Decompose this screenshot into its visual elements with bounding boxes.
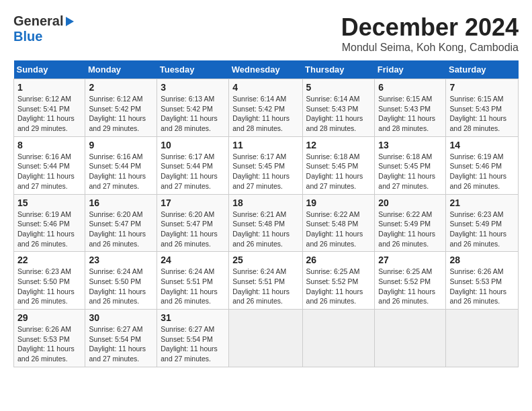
day-number: 20 xyxy=(378,197,442,208)
day-number: 13 xyxy=(378,140,442,150)
calendar-cell: 25Sunrise: 6:24 AM Sunset: 5:51 PM Dayli… xyxy=(229,252,302,310)
calendar-cell: 14Sunrise: 6:19 AM Sunset: 5:46 PM Dayli… xyxy=(446,136,519,194)
day-number: 9 xyxy=(89,140,153,150)
day-number: 3 xyxy=(161,82,225,93)
calendar-cell: 23Sunrise: 6:24 AM Sunset: 5:50 PM Dayli… xyxy=(85,252,157,310)
day-number: 27 xyxy=(378,255,442,265)
day-number: 11 xyxy=(232,140,298,150)
day-info: Sunrise: 6:23 AM Sunset: 5:49 PM Dayligh… xyxy=(449,210,515,249)
column-header-thursday: Thursday xyxy=(302,60,375,79)
calendar-cell: 16Sunrise: 6:20 AM Sunset: 5:47 PM Dayli… xyxy=(85,194,157,252)
day-number: 18 xyxy=(232,197,298,208)
day-number: 6 xyxy=(378,82,442,93)
week-row: 29Sunrise: 6:26 AM Sunset: 5:53 PM Dayli… xyxy=(14,310,519,367)
calendar-cell: 4Sunrise: 6:14 AM Sunset: 5:42 PM Daylig… xyxy=(229,79,302,137)
calendar-cell: 7Sunrise: 6:15 AM Sunset: 5:43 PM Daylig… xyxy=(446,79,519,137)
day-info: Sunrise: 6:16 AM Sunset: 5:44 PM Dayligh… xyxy=(17,152,81,191)
day-info: Sunrise: 6:20 AM Sunset: 5:47 PM Dayligh… xyxy=(161,210,225,249)
calendar-cell: 8Sunrise: 6:16 AM Sunset: 5:44 PM Daylig… xyxy=(14,136,85,194)
logo-arrow-icon xyxy=(66,17,74,26)
day-number: 19 xyxy=(306,197,371,208)
day-number: 22 xyxy=(17,255,81,265)
logo: General Blue xyxy=(13,13,74,44)
column-header-monday: Monday xyxy=(85,60,157,79)
day-number: 21 xyxy=(449,197,515,208)
calendar-cell: 19Sunrise: 6:22 AM Sunset: 5:48 PM Dayli… xyxy=(302,194,375,252)
calendar-cell: 31Sunrise: 6:27 AM Sunset: 5:54 PM Dayli… xyxy=(157,310,229,367)
day-number: 12 xyxy=(306,140,371,150)
day-number: 30 xyxy=(89,312,153,323)
calendar-cell: 24Sunrise: 6:24 AM Sunset: 5:51 PM Dayli… xyxy=(157,252,229,310)
calendar-cell: 26Sunrise: 6:25 AM Sunset: 5:52 PM Dayli… xyxy=(302,252,375,310)
calendar-cell: 12Sunrise: 6:18 AM Sunset: 5:45 PM Dayli… xyxy=(302,136,375,194)
day-info: Sunrise: 6:13 AM Sunset: 5:42 PM Dayligh… xyxy=(161,94,225,134)
day-number: 15 xyxy=(17,197,81,208)
calendar-cell: 2Sunrise: 6:12 AM Sunset: 5:42 PM Daylig… xyxy=(85,79,157,137)
day-info: Sunrise: 6:25 AM Sunset: 5:52 PM Dayligh… xyxy=(306,267,371,306)
week-row: 15Sunrise: 6:19 AM Sunset: 5:46 PM Dayli… xyxy=(14,194,519,252)
day-info: Sunrise: 6:24 AM Sunset: 5:51 PM Dayligh… xyxy=(161,267,225,306)
day-number: 2 xyxy=(89,82,153,93)
week-row: 22Sunrise: 6:23 AM Sunset: 5:50 PM Dayli… xyxy=(14,252,519,310)
calendar-cell: 13Sunrise: 6:18 AM Sunset: 5:45 PM Dayli… xyxy=(375,136,446,194)
calendar-cell: 1Sunrise: 6:12 AM Sunset: 5:41 PM Daylig… xyxy=(14,79,85,137)
day-number: 1 xyxy=(17,82,81,93)
column-header-wednesday: Wednesday xyxy=(229,60,302,79)
day-number: 17 xyxy=(161,197,225,208)
day-info: Sunrise: 6:22 AM Sunset: 5:48 PM Dayligh… xyxy=(306,210,371,249)
calendar-cell: 10Sunrise: 6:17 AM Sunset: 5:44 PM Dayli… xyxy=(157,136,229,194)
calendar-cell: 17Sunrise: 6:20 AM Sunset: 5:47 PM Dayli… xyxy=(157,194,229,252)
calendar-subtitle: Mondul Seima, Koh Kong, Cambodia xyxy=(341,42,519,54)
day-info: Sunrise: 6:21 AM Sunset: 5:48 PM Dayligh… xyxy=(232,210,298,249)
day-number: 26 xyxy=(306,255,371,265)
calendar-cell: 27Sunrise: 6:25 AM Sunset: 5:52 PM Dayli… xyxy=(375,252,446,310)
day-number: 23 xyxy=(89,255,153,265)
page-header: General Blue December 2024 Mondul Seima,… xyxy=(13,13,519,54)
day-number: 29 xyxy=(17,312,81,323)
day-info: Sunrise: 6:18 AM Sunset: 5:45 PM Dayligh… xyxy=(306,152,371,191)
day-info: Sunrise: 6:22 AM Sunset: 5:49 PM Dayligh… xyxy=(378,210,442,249)
day-info: Sunrise: 6:26 AM Sunset: 5:53 PM Dayligh… xyxy=(449,267,515,306)
day-info: Sunrise: 6:27 AM Sunset: 5:54 PM Dayligh… xyxy=(161,324,225,364)
column-header-saturday: Saturday xyxy=(446,60,519,79)
logo-blue-text: Blue xyxy=(13,29,42,44)
calendar-cell xyxy=(302,310,375,367)
day-number: 25 xyxy=(232,255,298,265)
day-info: Sunrise: 6:17 AM Sunset: 5:45 PM Dayligh… xyxy=(232,152,298,191)
day-info: Sunrise: 6:24 AM Sunset: 5:51 PM Dayligh… xyxy=(232,267,298,306)
day-number: 7 xyxy=(449,82,515,93)
week-row: 1Sunrise: 6:12 AM Sunset: 5:41 PM Daylig… xyxy=(14,79,519,137)
day-info: Sunrise: 6:25 AM Sunset: 5:52 PM Dayligh… xyxy=(378,267,442,306)
calendar-cell xyxy=(229,310,302,367)
day-info: Sunrise: 6:19 AM Sunset: 5:46 PM Dayligh… xyxy=(17,210,81,249)
day-number: 8 xyxy=(17,140,81,150)
title-block: December 2024 Mondul Seima, Koh Kong, Ca… xyxy=(341,13,519,54)
calendar-cell: 5Sunrise: 6:14 AM Sunset: 5:43 PM Daylig… xyxy=(302,79,375,137)
day-number: 24 xyxy=(161,255,225,265)
calendar-cell: 20Sunrise: 6:22 AM Sunset: 5:49 PM Dayli… xyxy=(375,194,446,252)
day-info: Sunrise: 6:15 AM Sunset: 5:43 PM Dayligh… xyxy=(449,94,515,134)
day-number: 5 xyxy=(306,82,371,93)
day-info: Sunrise: 6:23 AM Sunset: 5:50 PM Dayligh… xyxy=(17,267,81,306)
calendar-cell: 22Sunrise: 6:23 AM Sunset: 5:50 PM Dayli… xyxy=(14,252,85,310)
day-number: 31 xyxy=(161,312,225,323)
day-info: Sunrise: 6:14 AM Sunset: 5:43 PM Dayligh… xyxy=(306,94,371,134)
day-info: Sunrise: 6:14 AM Sunset: 5:42 PM Dayligh… xyxy=(232,94,298,134)
column-header-tuesday: Tuesday xyxy=(157,60,229,79)
day-info: Sunrise: 6:24 AM Sunset: 5:50 PM Dayligh… xyxy=(89,267,153,306)
calendar-cell: 3Sunrise: 6:13 AM Sunset: 5:42 PM Daylig… xyxy=(157,79,229,137)
day-info: Sunrise: 6:17 AM Sunset: 5:44 PM Dayligh… xyxy=(161,152,225,191)
calendar-cell: 6Sunrise: 6:15 AM Sunset: 5:43 PM Daylig… xyxy=(375,79,446,137)
calendar-cell: 21Sunrise: 6:23 AM Sunset: 5:49 PM Dayli… xyxy=(446,194,519,252)
day-info: Sunrise: 6:15 AM Sunset: 5:43 PM Dayligh… xyxy=(378,94,442,134)
calendar-cell: 9Sunrise: 6:16 AM Sunset: 5:44 PM Daylig… xyxy=(85,136,157,194)
day-number: 14 xyxy=(449,140,515,150)
day-info: Sunrise: 6:19 AM Sunset: 5:46 PM Dayligh… xyxy=(449,152,515,191)
day-number: 10 xyxy=(161,140,225,150)
day-number: 28 xyxy=(449,255,515,265)
day-number: 4 xyxy=(232,82,298,93)
day-info: Sunrise: 6:20 AM Sunset: 5:47 PM Dayligh… xyxy=(89,210,153,249)
calendar-title: December 2024 xyxy=(341,13,519,42)
day-info: Sunrise: 6:12 AM Sunset: 5:41 PM Dayligh… xyxy=(17,94,81,134)
day-info: Sunrise: 6:18 AM Sunset: 5:45 PM Dayligh… xyxy=(378,152,442,191)
